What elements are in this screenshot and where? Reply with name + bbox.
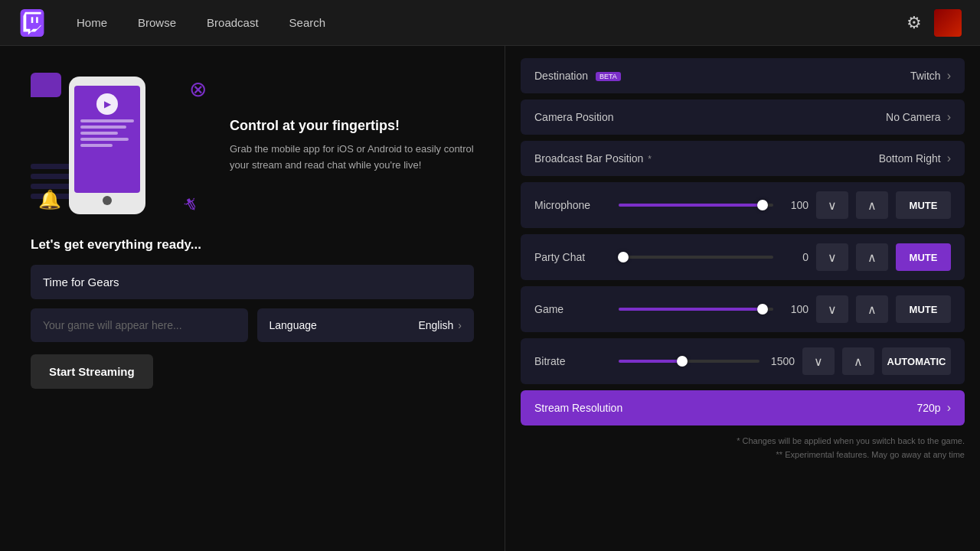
avatar-image	[934, 9, 962, 37]
game-slider-thumb[interactable]	[757, 304, 768, 315]
bell-icon: 🔔	[38, 189, 61, 210]
game-value: 100	[781, 303, 808, 315]
chat-icon	[31, 73, 61, 97]
party-chat-up-button[interactable]: ∧	[856, 243, 888, 271]
illustration-graphic: ⊗ ▶ 🔔	[31, 69, 214, 222]
signal-icon: ⊗	[189, 77, 207, 102]
game-input[interactable]	[31, 308, 248, 342]
game-slider-track[interactable]	[619, 308, 773, 311]
phone-line	[80, 119, 134, 122]
header: Home Browse Broadcast Search ⚙	[0, 0, 980, 46]
chevron-right-icon: ›	[947, 69, 951, 83]
camera-label: Camera Position	[534, 111, 626, 123]
broadcast-bar-row[interactable]: Broadcast Bar Position * Bottom Right ›	[521, 141, 965, 176]
language-button[interactable]: Language English ›	[257, 308, 475, 342]
stream-resolution-value: 720p ›	[917, 401, 951, 415]
nav-browse[interactable]: Browse	[138, 16, 176, 29]
microphone-row: Microphone 100 ∨ ∧ MUTE	[521, 182, 965, 228]
party-chat-label: Party Chat	[534, 251, 611, 263]
phone-home-btn	[103, 196, 112, 205]
stream-resolution-label: Stream Resolution	[534, 402, 626, 414]
bitrate-up-button[interactable]: ∧	[842, 347, 874, 375]
broadcast-bar-value: Bottom Right ›	[879, 152, 951, 165]
game-up-button[interactable]: ∧	[856, 295, 888, 323]
party-chat-slider-track[interactable]	[619, 256, 773, 259]
header-right: ⚙	[906, 9, 962, 37]
bitrate-slider-thumb[interactable]	[677, 356, 688, 367]
illustration-section: ⊗ ▶ 🔔	[31, 69, 474, 222]
bitrate-down-button[interactable]: ∨	[802, 347, 835, 375]
nav-search[interactable]: Search	[289, 16, 326, 29]
footer-notes: * Changes will be applied when you switc…	[521, 435, 965, 461]
bitrate-slider-track[interactable]	[619, 360, 760, 363]
party-chat-slider-thumb[interactable]	[618, 252, 629, 262]
beta-badge: BETA	[596, 72, 621, 81]
chevron-right-icon: ›	[947, 152, 951, 165]
party-chat-mute-button[interactable]: MUTE	[896, 243, 951, 271]
phone-line	[80, 138, 129, 141]
section-label: Let's get everything ready...	[31, 237, 474, 253]
microphone-slider-track[interactable]	[619, 204, 773, 207]
game-mute-button[interactable]: MUTE	[896, 295, 951, 323]
bitrate-slider-fill	[619, 360, 682, 363]
bitrate-label: Bitrate	[534, 355, 611, 367]
svg-rect-1	[31, 17, 34, 23]
play-icon: ▶	[96, 93, 118, 115]
party-chat-row: Party Chat 0 ∨ ∧ MUTE	[521, 234, 965, 280]
nav-broadcast[interactable]: Broadcast	[207, 16, 259, 29]
main-content: ⊗ ▶ 🔔	[0, 46, 980, 551]
microphone-slider-fill	[619, 204, 763, 207]
phone-line	[80, 132, 118, 135]
bottom-row: Language English ›	[31, 308, 474, 342]
language-label: Language	[270, 319, 317, 331]
microphone-label: Microphone	[534, 199, 611, 211]
star-note: *	[648, 154, 652, 165]
stream-title-input[interactable]	[31, 265, 474, 299]
bitrate-automatic-button[interactable]: AUTOMATIC	[882, 347, 951, 375]
settings-button[interactable]: ⚙	[906, 13, 922, 33]
illustration-text: Control at your fingertips! Grab the mob…	[230, 118, 474, 174]
avatar[interactable]	[934, 9, 962, 37]
destination-row[interactable]: Destination BETA Twitch ›	[521, 58, 965, 93]
game-row: Game 100 ∨ ∧ MUTE	[521, 286, 965, 332]
chevron-right-icon: ›	[458, 319, 462, 331]
microphone-up-button[interactable]: ∧	[856, 191, 888, 219]
chevron-right-icon: ›	[947, 401, 951, 415]
illustration-desc: Grab the mobile app for iOS or Android t…	[230, 142, 474, 174]
party-chat-value: 0	[781, 251, 808, 263]
left-panel: ⊗ ▶ 🔔	[0, 46, 505, 551]
microphone-mute-button[interactable]: MUTE	[896, 191, 951, 219]
phone-screen: ▶	[74, 86, 140, 193]
microphone-down-button[interactable]: ∨	[816, 191, 848, 219]
microphone-value: 100	[781, 199, 808, 211]
chevron-right-icon: ›	[947, 110, 951, 124]
footer-note-1: * Changes will be applied when you switc…	[521, 435, 965, 448]
destination-label: Destination BETA	[534, 70, 626, 82]
microphone-slider-thumb[interactable]	[757, 200, 768, 210]
illustration-title: Control at your fingertips!	[230, 118, 474, 134]
deco-line	[31, 184, 73, 189]
game-label: Game	[534, 303, 611, 315]
camera-row[interactable]: Camera Position No Camera ›	[521, 99, 965, 135]
bitrate-value: 1500	[767, 355, 795, 367]
camera-value: No Camera ›	[886, 110, 951, 124]
game-down-button[interactable]: ∨	[816, 295, 848, 323]
bitrate-row: Bitrate 1500 ∨ ∧ AUTOMATIC	[521, 338, 965, 384]
destination-value: Twitch ›	[910, 69, 951, 83]
start-streaming-button[interactable]: Start Streaming	[31, 354, 153, 389]
footer-note-2: ** Experimental features. May go away at…	[521, 448, 965, 462]
right-panel: Destination BETA Twitch › Camera Positio…	[505, 46, 980, 551]
phone-line	[80, 144, 113, 147]
twitch-logo[interactable]	[18, 9, 46, 37]
language-value: English	[418, 319, 453, 331]
phone-line	[80, 126, 126, 129]
svg-rect-2	[36, 17, 38, 23]
broadcast-bar-label: Broadcast Bar Position *	[534, 152, 652, 165]
nav-home[interactable]: Home	[77, 16, 107, 29]
stream-resolution-row[interactable]: Stream Resolution 720p ›	[521, 390, 965, 425]
header-left: Home Browse Broadcast Search	[18, 9, 325, 37]
party-chat-down-button[interactable]: ∨	[816, 243, 848, 271]
phone-illustration: ▶	[69, 77, 145, 214]
language-value-group: English ›	[418, 319, 462, 331]
main-nav: Home Browse Broadcast Search	[77, 16, 325, 29]
